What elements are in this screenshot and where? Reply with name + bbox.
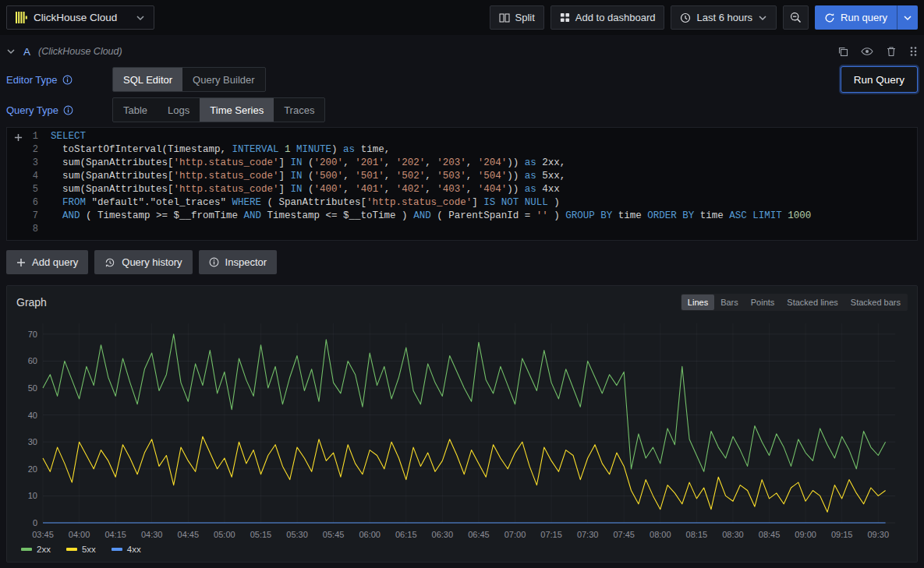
query-type-group: TableLogsTime SeriesTraces	[112, 97, 325, 122]
panel-run-query-button[interactable]: Run Query	[841, 66, 918, 93]
code-line[interactable]: SELECT	[51, 131, 917, 144]
svg-text:07:45: 07:45	[613, 530, 635, 539]
toggle-visibility-eye-icon[interactable]	[861, 45, 873, 58]
query-footer-buttons: Add query Query history Inspector	[6, 250, 918, 274]
legend-swatch	[66, 548, 77, 551]
query-type-label: Query Type	[6, 104, 112, 116]
option-sql-editor[interactable]: SQL Editor	[113, 68, 182, 91]
option-stacked-bars[interactable]: Stacked bars	[844, 295, 907, 310]
query-type-label-text: Query Type	[6, 104, 58, 116]
query-history-button[interactable]: Query history	[94, 250, 192, 274]
sql-code-editor[interactable]: 12345678 SELECT toStartOfInterval(Timest…	[6, 127, 918, 241]
svg-text:06:00: 06:00	[359, 530, 381, 539]
timeseries-chart[interactable]: 01020304050607003:4504:0004:1504:3004:45…	[16, 316, 903, 543]
editor-type-label: Editor Type	[6, 74, 112, 86]
svg-text:0: 0	[33, 518, 37, 527]
legend-item-5xx[interactable]: 5xx	[66, 545, 96, 554]
duplicate-query-icon[interactable]	[837, 46, 848, 57]
graph-panel: Graph LinesBarsPointsStacked linesStacke…	[6, 285, 918, 563]
graph-panel-header: Graph LinesBarsPointsStacked linesStacke…	[16, 294, 908, 311]
query-datasource-hint: (ClickHouse Cloud)	[38, 46, 122, 57]
line-number: 7	[7, 210, 51, 224]
line-number: 6	[7, 197, 51, 210]
query-ref-id[interactable]: A	[23, 46, 30, 58]
code-line[interactable]	[51, 224, 917, 237]
add-query-label: Add query	[32, 256, 78, 268]
legend-item-2xx[interactable]: 2xx	[21, 545, 51, 554]
history-icon	[104, 257, 115, 268]
code-line[interactable]: toStartOfInterval(Timestamp, INTERVAL 1 …	[51, 144, 917, 157]
svg-text:09:15: 09:15	[831, 530, 853, 539]
option-query-builder[interactable]: Query Builder	[182, 68, 264, 91]
query-history-label: Query history	[122, 256, 182, 268]
legend-item-4xx[interactable]: 4xx	[112, 545, 141, 554]
datasource-name: ClickHouse Cloud	[34, 12, 117, 23]
line-number: 5	[7, 184, 51, 197]
query-type-row: Query Type TableLogsTime SeriesTraces	[6, 97, 918, 122]
inspector-button[interactable]: Inspector	[199, 250, 277, 274]
svg-text:04:00: 04:00	[69, 530, 90, 539]
option-table[interactable]: Table	[113, 98, 158, 122]
option-logs[interactable]: Logs	[158, 98, 200, 122]
run-query-button[interactable]: Run query	[815, 5, 897, 30]
datasource-picker[interactable]: ClickHouse Cloud	[6, 5, 154, 30]
code-line[interactable]: sum(SpanAttributes['http.status_code'] I…	[51, 171, 917, 184]
svg-text:08:00: 08:00	[650, 530, 671, 539]
chevron-down-icon	[136, 13, 145, 23]
collapse-chevron-icon[interactable]	[6, 47, 16, 56]
graph-panel-title: Graph	[16, 296, 47, 309]
svg-text:05:45: 05:45	[323, 530, 345, 539]
legend-swatch	[21, 548, 32, 551]
legend-swatch	[112, 548, 122, 551]
line-number: 2	[7, 144, 51, 157]
code-line[interactable]: sum(SpanAttributes['http.status_code'] I…	[51, 157, 917, 171]
svg-text:07:00: 07:00	[504, 530, 526, 539]
sync-icon	[824, 12, 835, 23]
svg-text:04:15: 04:15	[104, 530, 126, 539]
option-stacked-lines[interactable]: Stacked lines	[781, 295, 844, 310]
info-icon	[209, 257, 219, 267]
option-traces[interactable]: Traces	[274, 98, 324, 122]
svg-text:09:30: 09:30	[867, 530, 889, 539]
svg-text:06:45: 06:45	[468, 530, 490, 539]
time-range-label: Last 6 hours	[696, 12, 752, 23]
code-line[interactable]: sum(SpanAttributes['http.status_code'] I…	[51, 184, 917, 197]
code-line[interactable]: AND ( Timestamp >= $__fromTime AND Times…	[51, 210, 917, 224]
time-range-picker[interactable]: Last 6 hours	[671, 5, 777, 30]
svg-text:06:15: 06:15	[395, 530, 417, 539]
editor-type-row: Editor Type SQL EditorQuery Builder Run …	[6, 66, 918, 93]
option-time-series[interactable]: Time Series	[200, 98, 274, 122]
drag-handle-icon[interactable]	[909, 46, 918, 57]
add-to-dashboard-button[interactable]: Add to dashboard	[551, 5, 665, 30]
clickhouse-logo-icon	[16, 12, 27, 23]
svg-text:04:30: 04:30	[141, 530, 163, 539]
info-icon[interactable]	[63, 105, 73, 115]
option-points[interactable]: Points	[745, 295, 781, 310]
legend-label: 4xx	[127, 545, 141, 554]
add-query-button[interactable]: Add query	[6, 250, 88, 274]
run-query-split-button: Run query	[815, 5, 918, 30]
run-query-label: Run query	[841, 12, 887, 23]
query-row-header: A (ClickHouse Cloud)	[6, 41, 918, 62]
line-number: 4	[7, 171, 51, 184]
code-line[interactable]: FROM "default"."otel_traces" WHERE ( Spa…	[51, 197, 917, 210]
svg-text:60: 60	[28, 356, 37, 365]
editor-type-label-text: Editor Type	[6, 74, 58, 86]
svg-text:20: 20	[28, 464, 37, 474]
option-bars[interactable]: Bars	[714, 295, 745, 310]
plus-icon	[16, 258, 26, 267]
delete-query-trash-icon[interactable]	[886, 46, 897, 57]
zoom-out-icon	[790, 12, 802, 23]
legend-label: 5xx	[82, 545, 96, 554]
run-query-interval-dropdown[interactable]	[897, 5, 918, 30]
option-lines[interactable]: Lines	[681, 295, 714, 310]
zoom-out-button[interactable]	[783, 5, 809, 30]
sql-code-text[interactable]: SELECT toStartOfInterval(Timestamp, INTE…	[51, 131, 917, 237]
add-line-plus-icon[interactable]	[14, 133, 23, 142]
query-editor-section: A (ClickHouse Cloud) Editor Type SQL Edi…	[0, 35, 924, 279]
display-mode-group: LinesBarsPointsStacked linesStacked bars	[681, 294, 908, 311]
info-icon[interactable]	[62, 75, 73, 85]
split-button[interactable]: Split	[490, 5, 544, 30]
chevron-down-icon	[903, 13, 912, 23]
svg-text:08:15: 08:15	[686, 530, 708, 539]
